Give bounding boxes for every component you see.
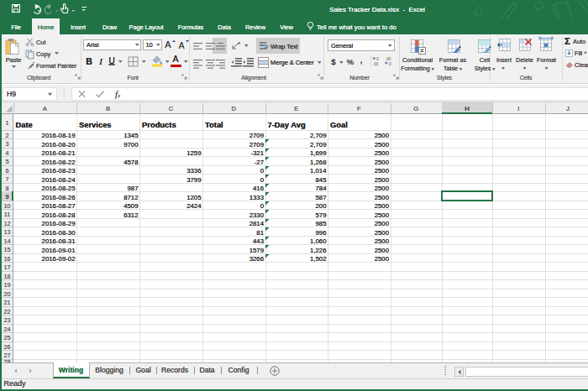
svg-text:.00: .00 — [386, 57, 391, 61]
svg-text:.0: .0 — [375, 57, 379, 61]
svg-text:.00: .00 — [373, 62, 379, 66]
svg-text:.0: .0 — [388, 62, 391, 66]
